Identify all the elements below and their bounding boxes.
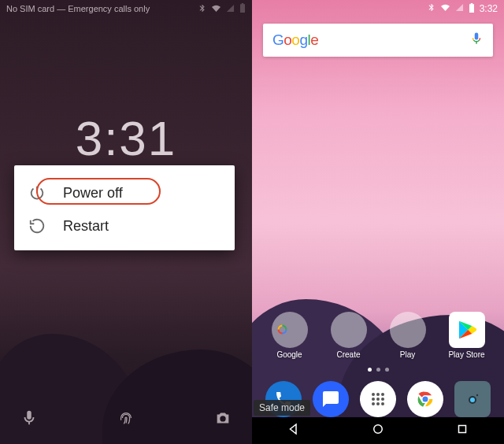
svg-rect-20 (458, 426, 465, 433)
lock-clock: 3:31 (0, 110, 252, 166)
svg-point-9 (381, 398, 384, 401)
folder-icon (272, 312, 308, 348)
status-sim-text: No SIM card — Emergency calls only (6, 4, 150, 13)
app-label: Play Store (446, 350, 488, 359)
play-store-icon (449, 312, 485, 348)
svg-point-8 (376, 398, 380, 401)
signal-icon (226, 4, 235, 14)
bluetooth-icon (427, 3, 435, 14)
page-indicator (252, 368, 504, 372)
bluetooth-icon (198, 4, 206, 14)
dock-chrome[interactable] (407, 381, 443, 417)
restart-icon (28, 217, 46, 235)
status-clock: 3:32 (480, 3, 498, 14)
lock-shortcuts (0, 409, 252, 430)
google-logo: Google (272, 31, 318, 49)
app-label: Create (328, 350, 370, 359)
dock-messages[interactable] (313, 381, 349, 417)
phone-lockscreen: No SIM card — Emergency calls only 3:31 … (0, 0, 252, 444)
app-play-folder[interactable]: Play (387, 312, 429, 359)
nav-back-button[interactable] (287, 422, 301, 439)
status-bar: 3:32 (252, 0, 504, 17)
svg-point-10 (372, 402, 375, 405)
dock-camera[interactable] (454, 381, 491, 417)
nav-bar (252, 417, 504, 444)
svg-point-18 (476, 394, 478, 396)
dock-app-drawer[interactable] (360, 381, 396, 417)
google-search-bar[interactable]: Google (263, 24, 493, 57)
app-label: Play (387, 350, 429, 359)
power-off-button[interactable]: Power off (14, 176, 235, 209)
battery-icon (469, 3, 475, 15)
svg-point-4 (372, 393, 375, 396)
folder-icon (331, 312, 367, 348)
status-bar: No SIM card — Emergency calls only (0, 0, 252, 17)
fingerprint-icon[interactable] (117, 409, 135, 430)
svg-point-19 (374, 425, 383, 434)
app-create-folder[interactable]: Create (328, 312, 370, 359)
svg-point-17 (470, 398, 475, 402)
camera-icon[interactable] (214, 409, 232, 430)
power-menu: Power off Restart (14, 165, 235, 250)
restart-label: Restart (63, 218, 109, 235)
app-row: Google Create Play Play Store (252, 312, 504, 359)
svg-point-5 (376, 393, 380, 396)
svg-point-7 (372, 398, 375, 401)
wifi-icon (211, 4, 221, 14)
power-off-label: Power off (63, 185, 123, 202)
svg-point-12 (381, 402, 384, 405)
voice-search-icon[interactable] (469, 31, 484, 49)
battery-icon (239, 3, 246, 14)
svg-point-6 (381, 393, 384, 396)
folder-icon (390, 312, 426, 348)
app-google-folder[interactable]: Google (269, 312, 311, 359)
app-label: Google (269, 350, 311, 359)
nav-recents-button[interactable] (455, 422, 469, 439)
svg-point-11 (376, 402, 380, 405)
app-play-store[interactable]: Play Store (446, 312, 488, 359)
voice-assist-icon[interactable] (20, 409, 38, 430)
nav-home-button[interactable] (371, 422, 385, 439)
phone-homescreen: 3:32 Google Google Create (252, 0, 504, 444)
signal-icon (455, 3, 464, 14)
power-icon (28, 184, 46, 202)
safe-mode-badge: Safe mode (254, 400, 310, 416)
restart-button[interactable]: Restart (14, 209, 235, 242)
wifi-icon (440, 3, 450, 14)
